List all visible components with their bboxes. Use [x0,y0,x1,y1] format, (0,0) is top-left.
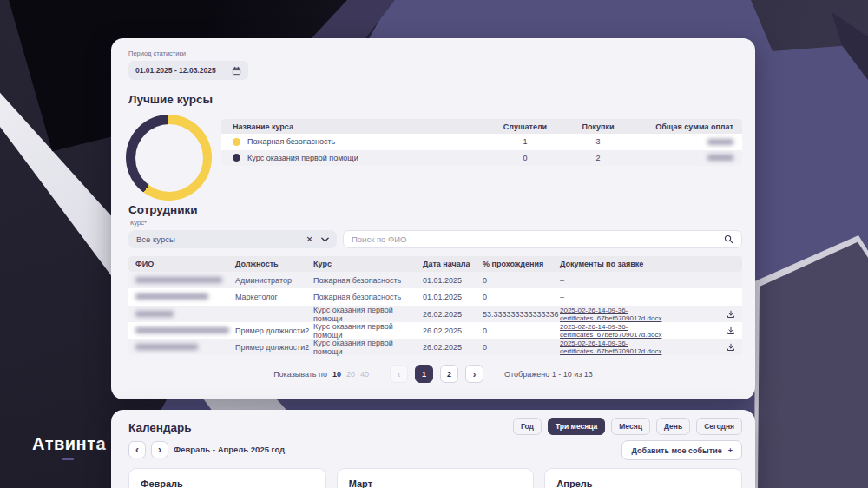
course-filter-select[interactable]: Все курсы ✕ [128,230,337,248]
progress-cell: 0 [483,276,560,285]
fio-redacted [135,343,235,352]
position-cell: Пример должности2 [235,326,313,335]
chevron-down-icon [321,237,329,242]
col-documents: Документы по заявке [560,260,720,268]
doc-link[interactable]: 2025-02-26-14-09-36-certificates_67bef67… [560,307,720,322]
start-date-cell: 01.01.2025 [423,276,483,285]
calendar-title: Календарь [128,421,192,434]
view-three-months-button[interactable]: Три месяца [548,418,605,435]
brand-logo: Атвинта [32,434,106,454]
doc-cell: – [560,293,720,301]
next-page-button[interactable]: › [465,365,483,383]
download-icon[interactable] [720,310,742,319]
download-icon[interactable] [720,326,742,335]
table-row: Администратор Пожарная безопасность 01.0… [128,272,742,288]
progress-cell: 53.333333333333336 [483,310,560,319]
total-value-redacted [636,139,733,145]
col-start-date: Дата начала [423,260,483,268]
progress-cell: 0 [483,293,560,301]
total-value-redacted [636,155,733,161]
calendar-prev-button[interactable]: ‹ [128,441,146,458]
download-icon[interactable] [720,343,742,352]
course-filter-value: Все курсы [136,234,306,244]
brand-logo-underline [62,458,74,460]
doc-link[interactable]: 2025-02-26-14-09-36-certificates_67bef67… [560,340,720,355]
listeners-value: 0 [490,154,560,162]
period-label: Период статистики [128,49,186,57]
position-cell: Маркетолог [235,293,313,301]
purchases-value: 2 [560,154,636,162]
pagination: Показывать по 10 20 40 ‹ 1 2 › Отображен… [111,365,755,383]
page-size-40[interactable]: 40 [360,370,369,379]
month-title: Февраль [141,478,314,488]
courses-donut-chart [126,115,212,201]
screen: Атвинта Период статистики 01.01.2025 - 1… [0,0,868,488]
page-2-button[interactable]: 2 [440,365,458,383]
table-row: Пожарная безопасность 1 3 [221,134,742,150]
start-date-cell: 26.02.2025 [423,310,483,319]
col-total: Общая сумма оплат [636,122,733,131]
calendar-card: Календарь Год Три месяца Месяц День Сего… [111,410,755,488]
view-month-button[interactable]: Месяц [611,418,650,435]
period-date-input[interactable]: 01.01.2025 - 12.03.2025 [128,61,248,80]
plus-icon: + [728,446,733,455]
search-input[interactable] [352,234,724,244]
month-card-march[interactable]: Март [337,468,535,488]
view-today-button[interactable]: Сегодня [696,418,742,435]
clear-icon[interactable]: ✕ [306,234,313,244]
add-event-button[interactable]: Добавить мое событие + [621,440,742,460]
page-1-button[interactable]: 1 [415,365,433,383]
doc-cell: – [560,276,720,285]
view-year-button[interactable]: Год [513,418,542,435]
best-courses-title: Лучшие курсы [128,93,213,106]
table-row: Курс оказания первой помощи 26.02.2025 5… [128,306,742,322]
month-card-april[interactable]: Апрель [544,468,742,488]
calendar-view-switcher: Год Три месяца Месяц День Сегодня [513,418,742,435]
start-date-cell: 01.01.2025 [423,293,483,301]
start-date-cell: 26.02.2025 [423,326,483,335]
col-position: Должность [235,260,313,268]
start-date-cell: 26.02.2025 [423,343,483,352]
col-fio: ФИО [135,260,235,268]
col-progress: % прохождения [483,260,560,268]
position-cell: Пример должности2 [235,343,313,352]
calendar-range-label: Февраль - Апрель 2025 год [174,441,285,458]
doc-link[interactable]: 2025-02-26-14-09-36-certificates_67bef67… [560,323,720,339]
fio-redacted [135,310,235,319]
employees-table-header: ФИО Должность Курс Дата начала % прохожд… [128,256,742,272]
table-row: Пример должности2 Курс оказания первой п… [128,339,742,355]
search-icon [724,234,733,244]
purchases-value: 3 [560,137,636,146]
period-date-value: 01.01.2025 - 12.03.2025 [135,66,216,75]
month-card-february[interactable]: Февраль [128,468,326,488]
pagination-info: Отображено 1 - 10 из 13 [504,370,593,379]
employees-title: Сотрудники [128,203,198,216]
calendar-months: Февраль Март Апрель [128,468,742,488]
position-cell: Администратор [235,276,313,285]
search-box [343,230,742,248]
col-course-name: Название курса [233,122,490,131]
view-day-button[interactable]: День [656,418,690,435]
dashboard-card: Период статистики 01.01.2025 - 12.03.202… [111,38,755,399]
table-row: Пример должности2 Курс оказания первой п… [128,322,742,339]
employees-table: ФИО Должность Курс Дата начала % прохожд… [128,256,742,355]
best-courses-table-header: Название курса Слушатели Покупки Общая с… [221,119,742,134]
course-filter-label: Курс* [130,219,147,227]
page-size-label: Показывать по [273,370,327,379]
month-title: Апрель [556,478,730,488]
course-cell: Курс оказания первой помощи [313,322,423,340]
fio-redacted [135,276,235,285]
calendar-next-button[interactable]: › [151,441,168,458]
legend-dot-icon [233,138,240,146]
progress-cell: 0 [483,343,560,352]
course-cell: Пожарная безопасность [313,276,423,285]
col-purchases: Покупки [560,122,636,131]
table-row: Маркетолог Пожарная безопасность 01.01.2… [128,288,742,305]
legend-dot-icon [233,154,240,162]
listeners-value: 1 [490,137,560,146]
page-size-10[interactable]: 10 [332,370,341,379]
prev-page-button[interactable]: ‹ [390,365,408,383]
course-cell: Пожарная безопасность [313,293,423,301]
page-size-20[interactable]: 20 [346,370,355,379]
col-listeners: Слушатели [490,122,560,131]
